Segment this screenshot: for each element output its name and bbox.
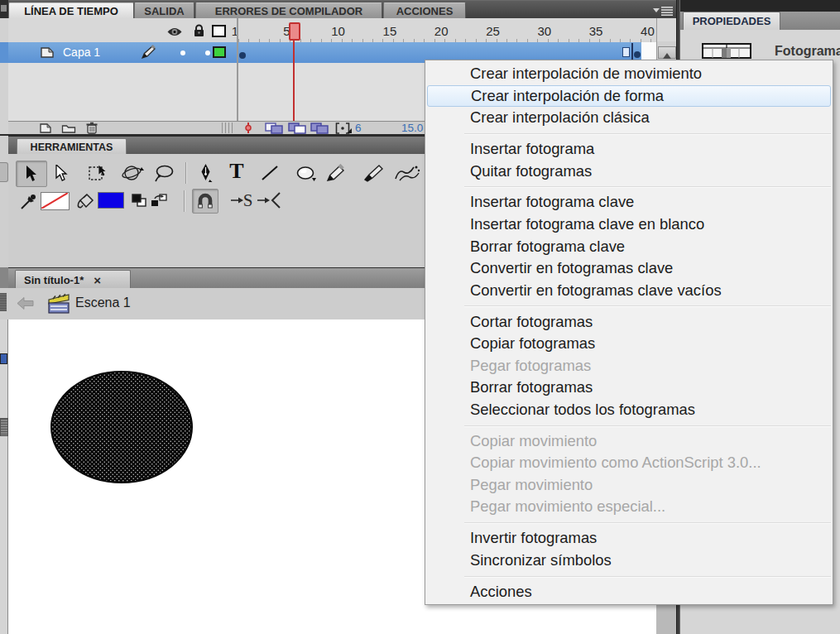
panel-tab-label: ACCIONES xyxy=(396,5,454,17)
document-tab[interactable]: Sin título-1* × xyxy=(15,270,131,289)
page-curl-glyph-icon xyxy=(40,46,55,60)
fill-color-swatch[interactable] xyxy=(98,192,124,209)
text-tool-button[interactable]: T xyxy=(223,159,251,184)
page-curl-icon xyxy=(40,46,55,63)
context-menu-item[interactable]: Copiar fotogramas xyxy=(425,333,833,355)
stroke-color-swatch[interactable] xyxy=(41,192,70,210)
swap-colors-button[interactable] xyxy=(149,192,169,209)
show-hide-all-layers-eye-icon[interactable] xyxy=(166,26,183,36)
layer-name-label: Capa 1 xyxy=(63,46,100,59)
deco-tool-button[interactable] xyxy=(391,161,424,185)
3d-rotation-icon xyxy=(122,164,145,182)
pen-tool-button[interactable] xyxy=(191,161,219,185)
properties-tab[interactable]: PROPIEDADES xyxy=(683,12,780,31)
context-menu-item[interactable]: Insertar fotograma clave xyxy=(425,191,833,214)
context-menu-item[interactable]: Sincronizar símbolos xyxy=(425,550,833,572)
tools-divider-1 xyxy=(185,162,186,184)
eyedropper-tool-button[interactable] xyxy=(15,190,41,214)
context-menu-separator xyxy=(464,425,831,426)
frame-rate-field[interactable]: 15.0 xyxy=(401,122,423,135)
context-menu-item-label: Insertar fotograma xyxy=(470,140,594,157)
context-menu-item[interactable]: Pegar movimiento xyxy=(425,474,833,497)
ruler-frame-number: 20 xyxy=(434,25,449,37)
eyedropper-icon xyxy=(19,193,37,211)
context-menu-item-label: Cortar fotogramas xyxy=(470,313,593,330)
context-menu-item-label: Crear interpolación clásica xyxy=(470,108,650,126)
context-menu-item[interactable]: Insertar fotograma clave en blanco xyxy=(425,214,833,236)
left-rail-timeline-strip xyxy=(0,18,8,134)
layer-visible-dot-icon[interactable] xyxy=(180,50,185,55)
free-transform-tool-button[interactable] xyxy=(82,161,115,185)
ruler-frame-number: 25 xyxy=(486,25,500,37)
context-menu-item[interactable]: Insertar fotograma xyxy=(425,138,833,161)
document-tab-close-icon[interactable]: × xyxy=(94,273,101,287)
panel-tab[interactable]: SALIDA xyxy=(134,2,194,20)
layer-row-capa1[interactable]: Capa 1 xyxy=(8,42,238,63)
context-menu-separator xyxy=(464,576,831,577)
line-tool-button[interactable] xyxy=(256,161,284,185)
current-frame-field[interactable]: 6 xyxy=(355,122,362,135)
panel-tab[interactable]: ERRORES DE COMPILADOR xyxy=(195,2,382,20)
context-menu-item[interactable]: Convertir en fotogramas clave xyxy=(425,257,833,280)
straighten-option-button[interactable] xyxy=(254,189,287,212)
subselection-tool-button[interactable] xyxy=(47,161,75,185)
context-menu-item-label: Crear interpolación de forma xyxy=(471,87,664,104)
context-menu-item[interactable]: Invertir fotogramas xyxy=(425,527,833,550)
context-menu-item[interactable]: Pegar movimiento especial... xyxy=(425,496,833,518)
context-menu-item[interactable]: Cortar fotogramas xyxy=(425,311,833,334)
lock-all-layers-icon[interactable] xyxy=(193,24,205,37)
context-menu-item[interactable]: Seleccionar todos los fotogramas xyxy=(425,399,833,421)
layer-outline-color-swatch[interactable] xyxy=(213,46,226,58)
brush-tool-button[interactable] xyxy=(358,161,390,185)
selected-ellipse-shape[interactable] xyxy=(50,370,194,484)
pencil-tool-button[interactable] xyxy=(322,161,352,185)
new-layer-icon xyxy=(39,122,53,134)
context-menu-item[interactable]: Pegar fotogramas xyxy=(425,355,833,377)
smooth-option-button[interactable]: S xyxy=(225,189,258,212)
left-rail-panel-chip xyxy=(0,353,7,364)
tools-panel-tab[interactable]: HERRAMIENTAS xyxy=(17,138,127,156)
swap-colors-icon xyxy=(151,194,167,208)
context-menu-item[interactable]: Convertir en fotogramas clave vacíos xyxy=(425,280,833,302)
3d-rotation-tool-button[interactable] xyxy=(117,161,150,185)
scene-breadcrumb-label[interactable]: Escena 1 xyxy=(75,295,131,310)
context-menu-item[interactable]: Crear interpolación de forma xyxy=(427,85,831,108)
oval-tool-button[interactable] xyxy=(290,161,322,185)
layer-unlocked-dot-icon[interactable] xyxy=(205,50,210,55)
selection-arrow-icon xyxy=(26,166,38,182)
timeline-panel-menu-icon[interactable] xyxy=(652,4,674,14)
padlock-icon xyxy=(193,24,205,37)
context-menu-item[interactable]: Copiar movimiento como ActionScript 3.0.… xyxy=(425,452,833,474)
panel-tab[interactable]: ACCIONES xyxy=(383,2,466,20)
selection-tool-button[interactable] xyxy=(16,161,47,187)
outline-all-layers-icon[interactable] xyxy=(212,25,226,37)
context-menu-item-label: Insertar fotograma clave en blanco xyxy=(470,215,704,233)
context-menu-item-label: Pegar movimiento especial... xyxy=(470,497,665,515)
back-arrow-button[interactable] xyxy=(17,297,34,313)
timeline-scroll-up-button[interactable] xyxy=(658,46,676,59)
context-menu-item[interactable]: Copiar movimiento xyxy=(425,430,833,453)
left-rail-button-stub xyxy=(0,162,8,182)
context-menu-item[interactable]: Acciones xyxy=(425,581,833,603)
span-end-dot xyxy=(634,51,641,58)
paint-bucket-tool-button[interactable] xyxy=(72,190,98,214)
left-rail-selected-row xyxy=(0,42,8,63)
scene-clapboard-icon xyxy=(48,292,70,317)
playhead-handle[interactable] xyxy=(289,22,300,41)
context-menu-item[interactable]: Borrar fotograma clave xyxy=(425,236,833,258)
lasso-tool-button[interactable] xyxy=(150,161,180,185)
left-rail-grip3-icon[interactable] xyxy=(0,418,8,436)
panel-tab-label: ERRORES DE COMPILADOR xyxy=(215,5,362,17)
status-bar-grip[interactable] xyxy=(222,122,233,133)
layers-frames-divider[interactable] xyxy=(237,18,238,121)
context-menu-item[interactable]: Borrar fotogramas xyxy=(425,377,833,399)
properties-top-bar xyxy=(680,0,840,12)
context-menu-item-label: Copiar fotogramas xyxy=(470,334,595,352)
context-menu-item[interactable]: Crear interpolación de movimiento xyxy=(425,63,833,85)
keyframe-dot[interactable] xyxy=(239,52,246,59)
context-menu-item-label: Pegar movimiento xyxy=(470,476,593,493)
context-menu-item[interactable]: Quitar fotogramas xyxy=(425,161,833,183)
black-white-colors-button[interactable] xyxy=(130,192,148,209)
snap-to-objects-button[interactable] xyxy=(192,189,218,214)
context-menu-item[interactable]: Crear interpolación clásica xyxy=(425,107,833,129)
